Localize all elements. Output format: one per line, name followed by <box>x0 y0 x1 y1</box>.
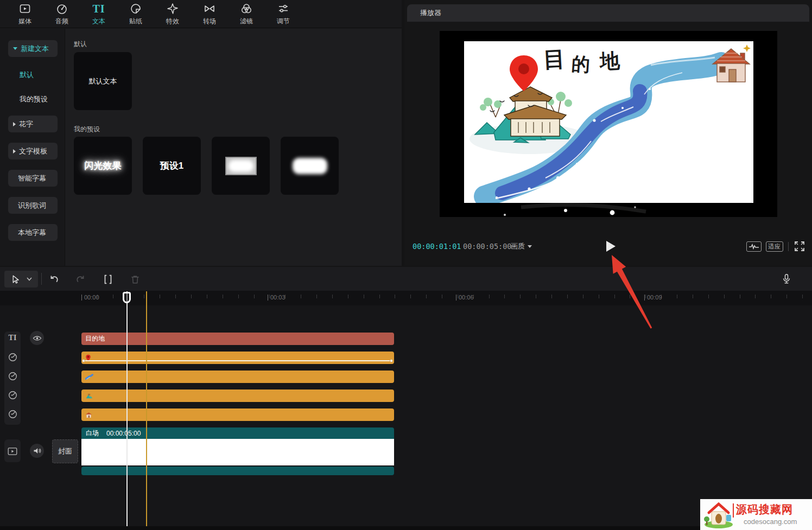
tab-label: 调节 <box>277 17 290 26</box>
keyframe-dot[interactable] <box>82 359 85 362</box>
video-clip-frames[interactable] <box>81 439 394 465</box>
tab-sticker[interactable]: 贴纸 <box>117 0 154 28</box>
card-preset-4[interactable] <box>281 137 339 195</box>
card-default-text[interactable]: 默认文本 <box>74 52 132 110</box>
text-track-icon: TI <box>4 331 21 344</box>
card-preset-flash[interactable]: 闪光效果 <box>74 137 132 195</box>
preset-thumbnail <box>293 158 327 174</box>
tab-media[interactable]: 媒体 <box>7 0 43 28</box>
tab-label: 贴纸 <box>129 17 142 26</box>
tab-audio[interactable]: 音频 <box>43 0 80 28</box>
waveform-monitor-button[interactable] <box>746 241 762 252</box>
tab-text[interactable]: TI 文本 <box>80 0 117 28</box>
speaker-icon <box>33 447 41 455</box>
sidebar-item-default[interactable]: 默认 <box>20 70 34 80</box>
keyframe-dot[interactable] <box>390 359 393 362</box>
sidebar-item-fancy-text[interactable]: 花字 <box>8 116 58 132</box>
card-label: 预设1 <box>160 159 183 172</box>
tab-label: 文本 <box>92 17 105 26</box>
video-clip-audio-strip[interactable] <box>81 467 394 475</box>
player-controls: 00:00:01:01 00:00:05:00 画质 适应 <box>404 233 812 259</box>
playhead-line <box>126 291 128 526</box>
sticker-clip-river[interactable] <box>81 371 394 383</box>
sidebar-item-smart-captions[interactable]: 智能字幕 <box>8 170 58 187</box>
chevron-down-icon <box>13 47 17 50</box>
player-header: 播放器 <box>407 4 809 22</box>
toggle-visibility-button[interactable] <box>30 331 44 345</box>
sidebar-item-my-presets[interactable]: 我的预设 <box>20 94 48 104</box>
preview-viewer: 目 的 地 <box>440 31 777 217</box>
mute-track-button[interactable] <box>30 444 44 458</box>
divider <box>788 242 789 251</box>
playhead-handle[interactable] <box>123 292 131 303</box>
island-thumbnail <box>85 393 93 399</box>
tab-label: 音频 <box>55 17 68 26</box>
sidebar-item-new-text[interactable]: 新建文本 <box>8 40 58 57</box>
ruler-label: 00:09 <box>644 294 662 301</box>
select-tool-button[interactable] <box>4 271 38 288</box>
video-clip-duration: 00:00:05:00 <box>106 430 141 437</box>
filter-icon <box>240 2 253 15</box>
sticker-track-clock-icon <box>4 388 21 401</box>
particle-overlay <box>440 203 777 217</box>
sidebar-item-label: 本地字幕 <box>18 228 46 238</box>
tab-effects[interactable]: 特效 <box>154 0 191 28</box>
delete-button[interactable] <box>128 272 142 286</box>
text-library: 默认 默认文本 我的预设 闪光效果 预设1 <box>66 29 402 266</box>
watermark-logo-icon <box>702 501 735 529</box>
cursor-icon <box>10 274 20 284</box>
video-clip-label: 白场 <box>86 429 99 438</box>
divider <box>41 273 42 285</box>
watermark-divider <box>733 503 734 518</box>
fit-button[interactable]: 适应 <box>766 241 783 252</box>
split-button[interactable] <box>101 272 115 286</box>
video-editor-app: 媒体 音频 TI 文本 贴纸 特效 <box>0 0 812 530</box>
play-icon <box>606 241 616 252</box>
clip-label: 目的地 <box>85 334 105 343</box>
chevron-right-icon <box>13 149 16 154</box>
tab-label: 特效 <box>166 17 179 26</box>
undo-button[interactable] <box>47 272 61 286</box>
card-label: 闪光效果 <box>85 159 122 172</box>
card-preset-1[interactable]: 预设1 <box>143 137 201 195</box>
redo-button[interactable] <box>74 272 88 286</box>
fit-label: 适应 <box>768 242 781 251</box>
cover-button[interactable]: 封面 <box>52 439 78 463</box>
sidebar-item-text-templates[interactable]: 文字模板 <box>8 143 58 159</box>
sparkle-icon <box>743 44 751 52</box>
ruler-ticks <box>81 295 812 298</box>
sticker-track-clock-icon <box>4 407 21 420</box>
record-voiceover-button[interactable] <box>779 272 794 286</box>
timeline-panel: 00:00 00:03 00:06 00:09 TI <box>0 267 812 530</box>
sidebar-item-local-captions[interactable]: 本地字幕 <box>8 224 58 241</box>
play-button[interactable] <box>603 240 617 253</box>
text-clip-destination[interactable]: 目的地 <box>81 333 394 345</box>
sidebar-item-label: 文字模板 <box>19 146 47 156</box>
sticker-clip-island[interactable] <box>81 389 394 402</box>
redo-icon <box>75 273 87 285</box>
tab-filter[interactable]: 滤镜 <box>228 0 265 28</box>
destination-text-char: 目 <box>543 44 566 75</box>
video-clip-header[interactable]: 白场 00:00:05:00 <box>81 427 394 439</box>
sidebar-item-lyrics-recognition[interactable]: 识别歌词 <box>8 197 58 214</box>
sidebar-item-label: 花字 <box>19 119 33 129</box>
timeline-ruler[interactable]: 00:00 00:03 00:06 00:09 <box>0 291 812 305</box>
tab-transition[interactable]: 转场 <box>191 0 228 28</box>
adjust-icon <box>277 2 290 15</box>
sticker-clip-house[interactable] <box>81 408 394 421</box>
quality-dropdown[interactable]: 画质 <box>511 241 532 251</box>
river-thumbnail <box>85 374 93 380</box>
section-title-default: 默认 <box>74 40 87 49</box>
keyframe-line <box>83 360 392 361</box>
sidebar-item-label: 智能字幕 <box>18 174 46 183</box>
timeline-bottom-strip <box>0 526 812 530</box>
fullscreen-button[interactable] <box>794 241 805 252</box>
transition-icon <box>203 2 216 15</box>
tab-adjust[interactable]: 调节 <box>265 0 302 28</box>
sticker-clip-pin[interactable] <box>81 352 394 364</box>
watermark-site-url: codesocang.com <box>744 518 797 526</box>
preview-canvas[interactable]: 目 的 地 <box>464 41 753 203</box>
ruler-label: 00:06 <box>456 294 474 301</box>
ruler-label: 00:00 <box>81 294 99 301</box>
card-preset-3[interactable] <box>212 137 270 195</box>
